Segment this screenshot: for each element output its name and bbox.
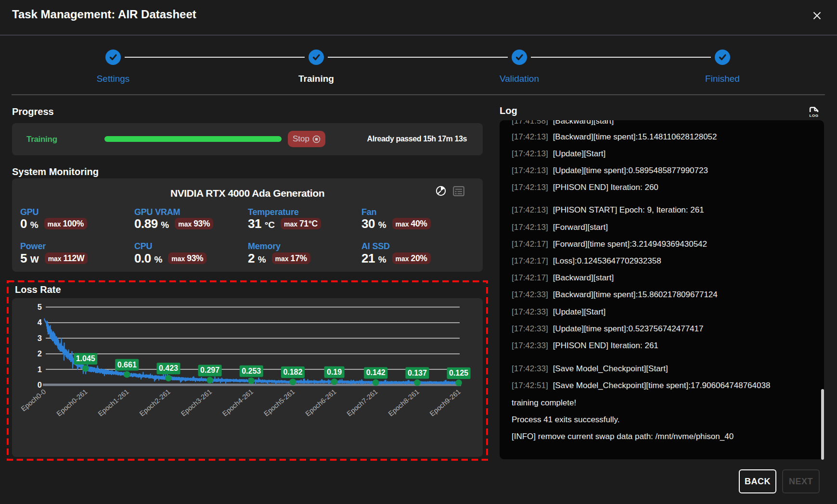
svg-text:0.297: 0.297	[200, 366, 219, 374]
svg-text:0: 0	[38, 380, 42, 389]
svg-text:0.125: 0.125	[449, 369, 468, 377]
svg-text:Epoch6-261: Epoch6-261	[304, 388, 337, 418]
svg-text:LOG: LOG	[809, 113, 818, 118]
svg-text:Epoch9-261: Epoch9-261	[428, 388, 462, 418]
svg-text:0.661: 0.661	[117, 361, 137, 369]
svg-text:1: 1	[38, 365, 42, 374]
svg-text:0.423: 0.423	[159, 364, 178, 372]
svg-text:0.19: 0.19	[327, 368, 342, 376]
svg-text:Epoch0-0: Epoch0-0	[20, 388, 48, 413]
svg-text:Epoch3-261: Epoch3-261	[180, 388, 213, 418]
svg-text:1.045: 1.045	[76, 354, 95, 363]
svg-text:Epoch5-261: Epoch5-261	[262, 388, 296, 418]
svg-text:4: 4	[38, 318, 42, 327]
svg-text:5: 5	[38, 302, 42, 311]
svg-text:Epoch0-261: Epoch0-261	[55, 388, 89, 418]
svg-text:Epoch1-261: Epoch1-261	[97, 388, 130, 418]
svg-text:0.137: 0.137	[408, 369, 427, 377]
svg-text:0.253: 0.253	[242, 367, 261, 375]
svg-text:Epoch2-261: Epoch2-261	[138, 388, 172, 418]
svg-text:0.142: 0.142	[366, 368, 386, 377]
svg-text:Epoch4-261: Epoch4-261	[221, 388, 255, 418]
svg-text:0.182: 0.182	[283, 368, 302, 376]
svg-text:3: 3	[38, 334, 42, 342]
svg-text:Epoch8-261: Epoch8-261	[387, 388, 421, 418]
svg-text:Epoch7-261: Epoch7-261	[345, 388, 379, 418]
svg-text:2: 2	[38, 349, 42, 358]
